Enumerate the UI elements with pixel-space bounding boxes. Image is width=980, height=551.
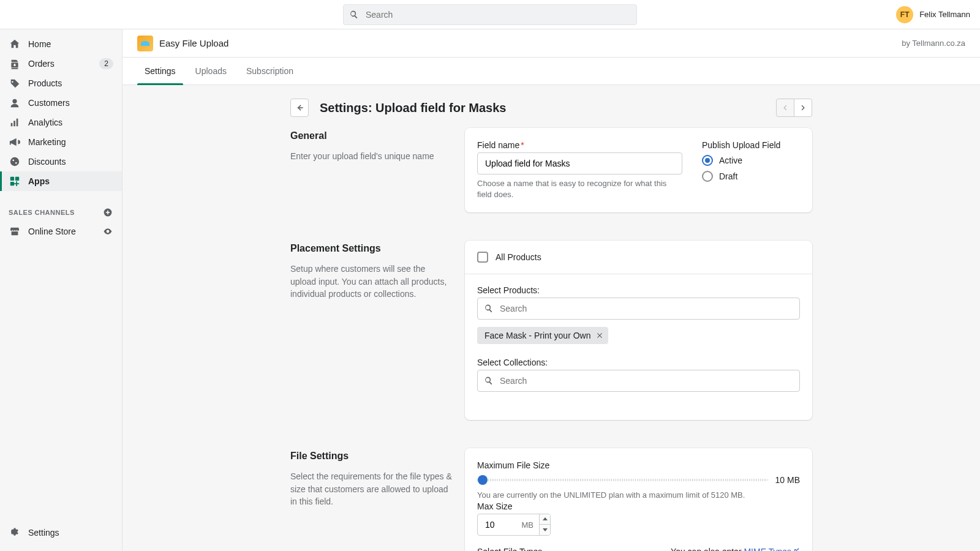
stepper-up[interactable] [540, 514, 550, 525]
checkbox-label: All Products [496, 252, 541, 262]
radio-draft[interactable]: Draft [702, 171, 800, 182]
section-desc-general: Enter your upload field's unique name [290, 150, 453, 162]
sidebar-item-label: Home [28, 39, 113, 49]
publish-label: Publish Upload Field [702, 140, 800, 150]
app-author: by Tellmann.co.za [902, 39, 965, 48]
search-icon [349, 10, 359, 20]
avatar: FT [896, 6, 913, 23]
checkbox-icon [477, 252, 488, 263]
section-heading-file: File Settings [290, 451, 453, 462]
radio-icon [702, 171, 713, 182]
section-heading-placement: Placement Settings [290, 243, 453, 254]
stepper-down[interactable] [540, 525, 550, 535]
sidebar-item-customers[interactable]: Customers [0, 93, 122, 113]
mime-note: You can also enter MIME Types [671, 547, 800, 551]
tabs: Settings Uploads Subscription [123, 58, 980, 85]
selected-product-tag: Face Mask - Print your Own [477, 327, 608, 344]
collections-search-input[interactable] [477, 370, 800, 392]
search-icon [484, 376, 494, 386]
page-title: Settings: Upload field for Masks [320, 101, 776, 115]
home-icon [9, 38, 21, 50]
slider-thumb[interactable] [478, 475, 488, 485]
sidebar-item-discounts[interactable]: Discounts [0, 152, 122, 171]
megaphone-icon [9, 136, 21, 148]
sidebar-item-analytics[interactable]: Analytics [0, 113, 122, 132]
tag-label: Face Mask - Print your Own [484, 331, 591, 340]
svg-rect-6 [15, 177, 19, 181]
select-collections-label: Select Collections: [477, 358, 800, 367]
bars-icon [9, 116, 21, 129]
slider-value: 10 MB [775, 475, 800, 485]
tab-uploads[interactable]: Uploads [186, 58, 236, 84]
max-size-label: Max Size [477, 501, 513, 511]
products-search-input[interactable] [477, 298, 800, 320]
global-search[interactable] [343, 4, 637, 25]
radio-label: Active [719, 156, 742, 165]
tab-subscription[interactable]: Subscription [236, 58, 303, 84]
svg-rect-7 [10, 182, 14, 186]
select-types-label: Select File Types [477, 547, 542, 551]
sidebar-item-label: Analytics [28, 118, 113, 127]
sidebar-item-label: Products [28, 78, 113, 88]
apps-icon [9, 175, 21, 187]
sidebar-item-orders[interactable]: Orders 2 [0, 54, 122, 73]
add-channel-button[interactable] [102, 207, 113, 218]
search-icon [484, 304, 494, 313]
section-desc-file: Select the requirements for the file typ… [290, 470, 453, 508]
select-products-label: Select Products: [477, 285, 800, 295]
app-title: Easy File Upload [159, 38, 902, 48]
sidebar-item-home[interactable]: Home [0, 34, 122, 54]
radio-label: Draft [719, 171, 737, 181]
plan-note: You are currently on the UNLIMITED plan … [477, 490, 800, 501]
field-name-label: Field name* [477, 140, 682, 150]
all-products-checkbox[interactable]: All Products [477, 252, 800, 263]
sidebar-item-label: Marketing [28, 137, 113, 147]
person-icon [9, 97, 21, 109]
prev-button [776, 99, 794, 117]
field-name-input[interactable] [477, 152, 682, 174]
svg-point-4 [10, 157, 19, 166]
tag-icon [9, 77, 21, 89]
sidebar-item-label: Settings [28, 528, 113, 538]
section-heading-general: General [290, 130, 453, 141]
section-desc-placement: Setup where customers will see the uploa… [290, 263, 453, 300]
orders-icon [9, 58, 21, 70]
tag-remove-button[interactable] [596, 332, 603, 339]
view-store-icon[interactable] [102, 226, 113, 237]
gear-icon [9, 527, 21, 539]
back-button[interactable] [290, 99, 309, 117]
sidebar-item-products[interactable]: Products [0, 73, 122, 93]
sidebar-item-label: Orders [28, 59, 92, 69]
orders-badge: 2 [99, 58, 113, 69]
sidebar-item-label: Customers [28, 98, 113, 108]
mime-types-link[interactable]: MIME Types [744, 547, 791, 551]
sidebar: Home Orders 2 Products Customers Analyti… [0, 29, 123, 551]
sales-channels-header: SALES CHANNELS [9, 209, 75, 216]
sidebar-item-label: Online Store [28, 227, 95, 236]
svg-rect-3 [17, 119, 18, 127]
sidebar-item-settings[interactable]: Settings [0, 523, 122, 542]
file-size-slider[interactable] [477, 479, 768, 481]
radio-icon [702, 155, 713, 166]
next-button[interactable] [794, 99, 812, 117]
discount-icon [9, 156, 21, 168]
svg-rect-2 [13, 121, 15, 126]
sidebar-item-label: Apps [28, 176, 113, 186]
svg-rect-1 [11, 123, 13, 126]
user-menu[interactable]: FT Felix Tellmann [896, 6, 970, 23]
field-name-help: Choose a name that is easy to recognize … [477, 178, 682, 200]
store-icon [9, 225, 21, 238]
search-input[interactable] [343, 4, 637, 25]
sidebar-item-label: Discounts [28, 157, 113, 167]
main-content: Easy File Upload by Tellmann.co.za Setti… [123, 29, 980, 551]
radio-active[interactable]: Active [702, 155, 800, 166]
svg-rect-5 [10, 177, 14, 181]
external-link-icon [793, 547, 800, 551]
sidebar-item-apps[interactable]: Apps [0, 171, 122, 191]
app-icon [137, 36, 153, 51]
max-file-size-label: Maximum File Size [477, 460, 549, 470]
tab-settings[interactable]: Settings [135, 58, 186, 84]
user-name: Felix Tellmann [919, 10, 970, 19]
sidebar-item-online-store[interactable]: Online Store [0, 222, 122, 241]
sidebar-item-marketing[interactable]: Marketing [0, 132, 122, 152]
